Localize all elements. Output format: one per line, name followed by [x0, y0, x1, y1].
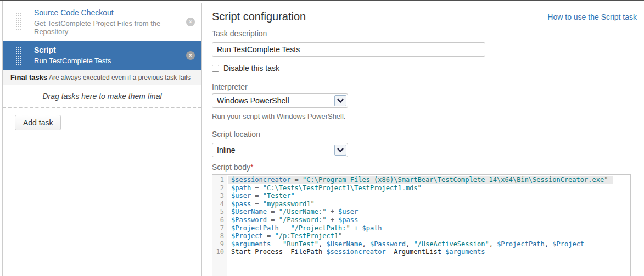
disable-task-label[interactable]: Disable this task [223, 64, 279, 73]
disable-task-checkbox[interactable] [212, 65, 219, 72]
close-icon: ✕ [188, 53, 193, 58]
bamboo-task-config-screen: Source Code Checkout Get TestComplete Pr… [0, 0, 644, 276]
remove-task-button[interactable]: ✕ [186, 18, 195, 26]
close-icon: ✕ [188, 19, 193, 25]
chevron-down-icon[interactable] [334, 145, 346, 156]
line-number: 10 [212, 248, 227, 256]
script-location-label: Script location [212, 130, 260, 139]
task-subtitle: Get TestComplete Project Files from the … [34, 19, 180, 36]
code-line[interactable]: Start-Process -FilePath $sessioncreator … [228, 248, 630, 256]
chevron-down-icon[interactable] [334, 95, 346, 106]
interpreter-select[interactable]: Windows PowerShell [212, 93, 348, 108]
help-link[interactable]: How to use the Script task [547, 13, 637, 21]
final-tasks-header: Final tasks Are always executed even if … [3, 70, 201, 85]
top-edge-bar [0, 0, 644, 1]
task-item-script[interactable]: Script Run TestComplete Tests ✕ [3, 41, 201, 70]
task-title-link[interactable]: Source Code Checkout [34, 8, 180, 17]
code-line[interactable]: $ProjectPath = "/ProjectPath:" + $path [228, 224, 630, 233]
page-title: Script configuration [212, 10, 306, 23]
task-text: Script Run TestComplete Tests [34, 46, 111, 65]
required-asterisk: * [250, 163, 253, 172]
final-tasks-drop-zone[interactable]: Drag tasks here to make them final [3, 85, 201, 107]
code-line[interactable]: $user = "Tester" [228, 192, 630, 200]
interpreter-selected-value: Windows PowerShell [217, 94, 289, 107]
line-number: 5 [212, 208, 227, 216]
code-line[interactable]: $arguments = "RunTest", $UserName, $Pass… [228, 240, 630, 249]
line-number: 1 [212, 176, 227, 184]
code-line[interactable]: $sessioncreator = "C:\Program Files (x86… [228, 176, 613, 184]
interpreter-help-text: Run your script with Windows PowerShell. [212, 112, 345, 120]
disable-task-row: Disable this task [212, 64, 279, 73]
script-location-select[interactable]: Inline [212, 143, 348, 157]
dashed-separator [3, 107, 201, 108]
code-line[interactable]: $Password = "/Password:" + $pass [228, 216, 630, 224]
script-body-label: Script body* [212, 163, 254, 172]
task-item-source-code-checkout[interactable]: Source Code Checkout Get TestComplete Pr… [3, 3, 201, 41]
script-body-label-text: Script body [212, 163, 250, 172]
line-number: 9 [212, 240, 227, 249]
script-body-editor[interactable]: 12345678910 $sessioncreator = "C:\Progra… [212, 174, 631, 276]
final-tasks-description: Are always executed even if a previous t… [49, 74, 191, 81]
code-line[interactable]: $UserName = "/UserName:" + $user [228, 208, 630, 216]
task-title-link[interactable]: Script [34, 46, 111, 54]
line-number: 3 [212, 192, 227, 200]
final-tasks-label: Final tasks [10, 73, 47, 81]
script-location-selected-value: Inline [217, 143, 235, 157]
script-configuration-panel: Script configuration How to use the Scri… [203, 3, 644, 276]
task-list-sidebar: Source Code Checkout Get TestComplete Pr… [3, 3, 202, 276]
drag-handle-icon[interactable] [15, 46, 22, 65]
remove-task-button[interactable]: ✕ [186, 51, 195, 60]
line-number: 7 [212, 224, 227, 233]
line-number: 4 [212, 200, 227, 208]
code-line[interactable]: $Project = "/p:TestProject1" [228, 232, 630, 240]
add-task-button[interactable]: Add task [15, 115, 61, 130]
editor-gutter: 12345678910 [212, 175, 227, 276]
task-text: Source Code Checkout Get TestComplete Pr… [34, 8, 180, 36]
task-description-input[interactable] [212, 42, 485, 57]
line-number: 2 [212, 184, 227, 192]
task-description-label: Task description [212, 29, 267, 38]
line-number: 6 [212, 216, 227, 224]
code-line[interactable]: $path = "C:\Tests\TestProject1\TestProje… [228, 184, 630, 192]
code-line[interactable]: $pass = "mypassword1" [228, 200, 630, 208]
editor-code[interactable]: $sessioncreator = "C:\Program Files (x86… [228, 175, 630, 256]
line-number: 8 [212, 232, 227, 240]
task-subtitle: Run TestComplete Tests [34, 57, 111, 65]
drag-handle-icon[interactable] [15, 13, 22, 31]
interpreter-label: Interpreter [212, 82, 248, 91]
